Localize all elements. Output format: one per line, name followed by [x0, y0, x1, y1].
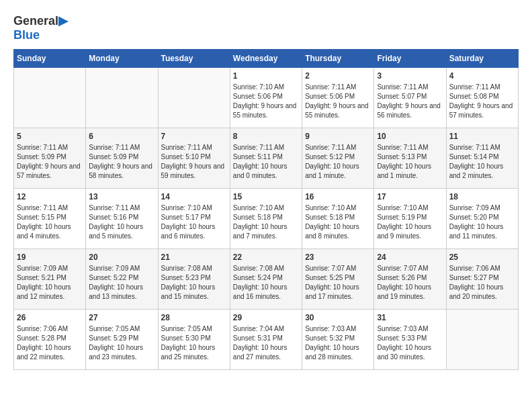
day-info: Sunrise: 7:11 AMSunset: 5:09 PMDaylight:… — [89, 143, 154, 181]
day-cell: 17Sunrise: 7:10 AMSunset: 5:19 PMDayligh… — [374, 189, 446, 249]
day-number: 13 — [89, 192, 154, 201]
day-info: Sunrise: 7:06 AMSunset: 5:27 PMDaylight:… — [449, 264, 515, 302]
day-cell: 21Sunrise: 7:08 AMSunset: 5:23 PMDayligh… — [158, 249, 230, 310]
week-row-4: 19Sunrise: 7:09 AMSunset: 5:21 PMDayligh… — [14, 249, 519, 310]
day-cell: 9Sunrise: 7:11 AMSunset: 5:12 PMDaylight… — [302, 128, 374, 189]
day-number: 7 — [161, 132, 227, 141]
day-number: 5 — [17, 132, 83, 141]
header-cell-saturday: Saturday — [446, 50, 518, 68]
logo-text: General▶ Blue — [13, 13, 68, 42]
day-cell: 27Sunrise: 7:05 AMSunset: 5:29 PMDayligh… — [86, 310, 158, 370]
day-cell: 8Sunrise: 7:11 AMSunset: 5:11 PMDaylight… — [230, 128, 302, 189]
day-cell: 31Sunrise: 7:03 AMSunset: 5:33 PMDayligh… — [374, 310, 446, 370]
day-number: 8 — [233, 132, 299, 141]
day-info: Sunrise: 7:09 AMSunset: 5:20 PMDaylight:… — [449, 203, 515, 241]
day-cell — [158, 68, 230, 128]
day-number: 16 — [305, 192, 371, 201]
day-cell: 1Sunrise: 7:10 AMSunset: 5:06 PMDaylight… — [230, 68, 302, 128]
day-number: 1 — [233, 71, 299, 81]
day-number: 3 — [377, 71, 443, 81]
logo: General▶ Blue — [13, 13, 68, 42]
day-info: Sunrise: 7:10 AMSunset: 5:06 PMDaylight:… — [233, 83, 299, 120]
day-number: 27 — [89, 313, 154, 322]
day-number: 9 — [305, 132, 371, 141]
day-cell: 30Sunrise: 7:03 AMSunset: 5:32 PMDayligh… — [302, 310, 374, 370]
day-number: 11 — [449, 132, 515, 141]
day-info: Sunrise: 7:10 AMSunset: 5:19 PMDaylight:… — [377, 203, 443, 241]
day-info: Sunrise: 7:06 AMSunset: 5:28 PMDaylight:… — [17, 324, 83, 362]
day-info: Sunrise: 7:11 AMSunset: 5:09 PMDaylight:… — [17, 143, 83, 181]
page-header: General▶ Blue — [13, 13, 519, 42]
day-info: Sunrise: 7:11 AMSunset: 5:07 PMDaylight:… — [377, 83, 443, 120]
day-number: 26 — [17, 313, 83, 322]
day-info: Sunrise: 7:11 AMSunset: 5:12 PMDaylight:… — [305, 143, 371, 181]
day-cell: 3Sunrise: 7:11 AMSunset: 5:07 PMDaylight… — [374, 68, 446, 128]
day-cell: 23Sunrise: 7:07 AMSunset: 5:25 PMDayligh… — [302, 249, 374, 310]
day-info: Sunrise: 7:09 AMSunset: 5:22 PMDaylight:… — [89, 264, 154, 302]
day-number: 10 — [377, 132, 443, 141]
day-cell: 15Sunrise: 7:10 AMSunset: 5:18 PMDayligh… — [230, 189, 302, 249]
day-number: 4 — [449, 71, 515, 81]
day-cell: 25Sunrise: 7:06 AMSunset: 5:27 PMDayligh… — [446, 249, 518, 310]
header-cell-friday: Friday — [374, 50, 446, 68]
day-cell: 18Sunrise: 7:09 AMSunset: 5:20 PMDayligh… — [446, 189, 518, 249]
header-cell-wednesday: Wednesday — [230, 50, 302, 68]
day-number: 2 — [305, 71, 371, 81]
day-info: Sunrise: 7:11 AMSunset: 5:10 PMDaylight:… — [161, 143, 227, 181]
day-info: Sunrise: 7:03 AMSunset: 5:32 PMDaylight:… — [305, 324, 371, 362]
day-number: 31 — [377, 313, 443, 322]
day-info: Sunrise: 7:05 AMSunset: 5:29 PMDaylight:… — [89, 324, 154, 362]
day-number: 30 — [305, 313, 371, 322]
day-info: Sunrise: 7:11 AMSunset: 5:13 PMDaylight:… — [377, 143, 443, 181]
day-info: Sunrise: 7:11 AMSunset: 5:16 PMDaylight:… — [89, 203, 154, 241]
day-cell: 5Sunrise: 7:11 AMSunset: 5:09 PMDaylight… — [14, 128, 86, 189]
day-cell: 24Sunrise: 7:07 AMSunset: 5:26 PMDayligh… — [374, 249, 446, 310]
day-number: 25 — [449, 253, 515, 262]
day-cell — [14, 68, 86, 128]
day-cell: 13Sunrise: 7:11 AMSunset: 5:16 PMDayligh… — [86, 189, 158, 249]
day-info: Sunrise: 7:04 AMSunset: 5:31 PMDaylight:… — [233, 324, 299, 362]
day-cell: 19Sunrise: 7:09 AMSunset: 5:21 PMDayligh… — [14, 249, 86, 310]
day-info: Sunrise: 7:10 AMSunset: 5:17 PMDaylight:… — [161, 203, 227, 241]
header-row: SundayMondayTuesdayWednesdayThursdayFrid… — [14, 50, 519, 68]
day-info: Sunrise: 7:03 AMSunset: 5:33 PMDaylight:… — [377, 324, 443, 362]
day-info: Sunrise: 7:07 AMSunset: 5:26 PMDaylight:… — [377, 264, 443, 302]
day-cell: 6Sunrise: 7:11 AMSunset: 5:09 PMDaylight… — [86, 128, 158, 189]
day-number: 20 — [89, 253, 154, 262]
day-info: Sunrise: 7:11 AMSunset: 5:08 PMDaylight:… — [449, 83, 515, 120]
day-number: 22 — [233, 253, 299, 262]
day-number: 14 — [161, 192, 227, 201]
day-info: Sunrise: 7:07 AMSunset: 5:25 PMDaylight:… — [305, 264, 371, 302]
day-cell: 20Sunrise: 7:09 AMSunset: 5:22 PMDayligh… — [86, 249, 158, 310]
day-number: 23 — [305, 253, 371, 262]
header-cell-monday: Monday — [86, 50, 158, 68]
day-cell — [86, 68, 158, 128]
day-info: Sunrise: 7:10 AMSunset: 5:18 PMDaylight:… — [233, 203, 299, 241]
day-cell — [446, 310, 518, 370]
day-info: Sunrise: 7:11 AMSunset: 5:11 PMDaylight:… — [233, 143, 299, 181]
day-number: 6 — [89, 132, 154, 141]
day-info: Sunrise: 7:09 AMSunset: 5:21 PMDaylight:… — [17, 264, 83, 302]
day-number: 18 — [449, 192, 515, 201]
day-cell: 2Sunrise: 7:11 AMSunset: 5:06 PMDaylight… — [302, 68, 374, 128]
header-cell-tuesday: Tuesday — [158, 50, 230, 68]
day-info: Sunrise: 7:08 AMSunset: 5:23 PMDaylight:… — [161, 264, 227, 302]
day-cell: 12Sunrise: 7:11 AMSunset: 5:15 PMDayligh… — [14, 189, 86, 249]
day-info: Sunrise: 7:11 AMSunset: 5:14 PMDaylight:… — [449, 143, 515, 181]
week-row-3: 12Sunrise: 7:11 AMSunset: 5:15 PMDayligh… — [14, 189, 519, 249]
day-cell: 7Sunrise: 7:11 AMSunset: 5:10 PMDaylight… — [158, 128, 230, 189]
day-number: 12 — [17, 192, 83, 201]
day-number: 29 — [233, 313, 299, 322]
header-cell-sunday: Sunday — [14, 50, 86, 68]
day-cell: 4Sunrise: 7:11 AMSunset: 5:08 PMDaylight… — [446, 68, 518, 128]
day-cell: 26Sunrise: 7:06 AMSunset: 5:28 PMDayligh… — [14, 310, 86, 370]
day-number: 17 — [377, 192, 443, 201]
day-info: Sunrise: 7:11 AMSunset: 5:06 PMDaylight:… — [305, 83, 371, 120]
calendar-body: 1Sunrise: 7:10 AMSunset: 5:06 PMDaylight… — [14, 68, 519, 370]
day-cell: 14Sunrise: 7:10 AMSunset: 5:17 PMDayligh… — [158, 189, 230, 249]
day-cell: 16Sunrise: 7:10 AMSunset: 5:18 PMDayligh… — [302, 189, 374, 249]
day-info: Sunrise: 7:11 AMSunset: 5:15 PMDaylight:… — [17, 203, 83, 241]
day-cell: 22Sunrise: 7:08 AMSunset: 5:24 PMDayligh… — [230, 249, 302, 310]
week-row-1: 1Sunrise: 7:10 AMSunset: 5:06 PMDaylight… — [14, 68, 519, 128]
day-number: 15 — [233, 192, 299, 201]
